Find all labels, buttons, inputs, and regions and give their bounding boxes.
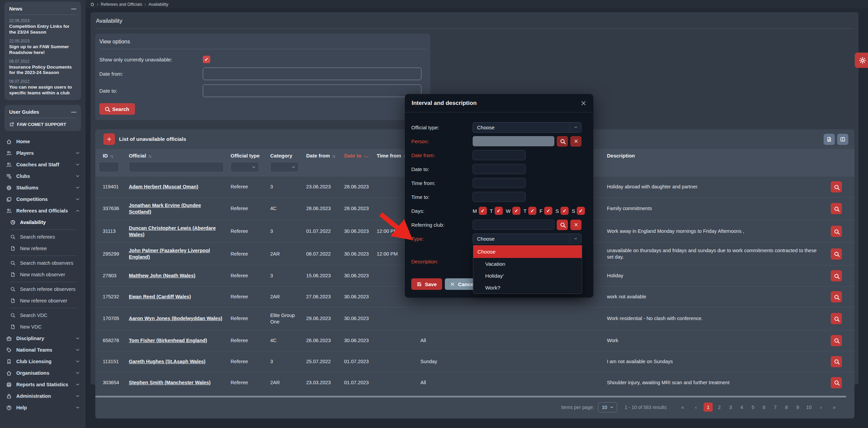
person-search-button[interactable] xyxy=(557,136,568,147)
sidebar-nav-item[interactable]: Club Licensing xyxy=(0,356,85,367)
type-dropdown-option[interactable]: Choose xyxy=(473,245,582,258)
official-link[interactable]: Matthew John (Neath Wales) xyxy=(129,273,195,278)
row-view-button[interactable] xyxy=(831,377,842,388)
sidebar-nav-item[interactable]: Home xyxy=(0,136,85,147)
sidebar-nav-item[interactable]: New VDC xyxy=(0,321,85,333)
col-date-from[interactable]: Date from xyxy=(303,149,341,159)
sidebar-nav-item[interactable]: New referee observer xyxy=(0,295,85,306)
breadcrumb-link[interactable]: Referees and Officials xyxy=(101,2,142,7)
sidebar-nav-item[interactable]: Referees and Officials xyxy=(0,205,85,217)
col-official-type[interactable]: Official type xyxy=(227,149,267,159)
sidebar-nav-item[interactable]: Search referees xyxy=(0,231,85,243)
row-view-button[interactable] xyxy=(831,356,842,367)
person-input[interactable] xyxy=(473,136,554,146)
items-per-page-select[interactable]: 10 xyxy=(598,402,617,412)
row-view-button[interactable] xyxy=(831,270,842,281)
filter-official-type-select[interactable] xyxy=(231,162,259,172)
modal-time-to-input[interactable] xyxy=(473,192,526,202)
referring-club-search-button[interactable] xyxy=(557,220,568,230)
date-to-input[interactable] xyxy=(203,85,421,97)
minimize-icon[interactable]: — xyxy=(71,109,76,114)
close-icon[interactable] xyxy=(580,100,587,106)
official-link[interactable]: Duncan Christopher Lewis (Aberdare Wales… xyxy=(129,225,216,237)
page-number-button[interactable]: 2 xyxy=(715,403,724,412)
type-dropdown-option[interactable]: Vacation xyxy=(473,258,582,270)
prev-page-button[interactable]: ‹ xyxy=(691,403,701,412)
official-link[interactable]: Adam Herbert (Muscat Oman) xyxy=(129,184,198,189)
sidebar-nav-item[interactable]: Help xyxy=(0,402,85,413)
minimize-icon[interactable]: — xyxy=(71,6,76,11)
page-number-button[interactable]: 1 xyxy=(704,403,713,412)
save-button[interactable]: Save xyxy=(411,278,442,290)
row-view-button[interactable] xyxy=(831,313,842,324)
sidebar-nav-item[interactable]: Search match observers xyxy=(0,257,85,269)
page-number-button[interactable]: 4 xyxy=(737,403,746,412)
row-view-button[interactable] xyxy=(831,226,842,237)
official-link[interactable]: Gareth Hughes (St.Asaph Wales) xyxy=(129,359,205,364)
date-from-input[interactable] xyxy=(203,68,421,80)
col-date-to[interactable]: Date to xyxy=(341,149,373,159)
page-number-button[interactable]: 9 xyxy=(793,403,802,412)
col-description[interactable]: Description xyxy=(604,149,827,159)
sidebar-nav-item[interactable]: Clubs xyxy=(0,170,85,182)
referring-club-input[interactable] xyxy=(473,220,554,230)
page-number-button[interactable]: 6 xyxy=(760,403,769,412)
row-view-button[interactable] xyxy=(831,335,842,346)
sidebar-nav-item[interactable]: New referee xyxy=(0,243,85,254)
page-number-button[interactable]: 8 xyxy=(782,403,791,412)
person-clear-button[interactable] xyxy=(570,136,581,147)
sidebar-nav-item[interactable]: Administration xyxy=(0,390,85,402)
show-only-checkbox[interactable]: ✓ xyxy=(203,56,210,63)
day-checkbox[interactable]: ✓ xyxy=(577,207,585,215)
row-view-button[interactable] xyxy=(831,181,842,192)
official-link[interactable]: Tom Fisher (Birkenhead England) xyxy=(129,338,207,343)
page-number-button[interactable]: 3 xyxy=(726,403,735,412)
first-page-button[interactable]: « xyxy=(678,403,687,412)
sidebar-nav-item[interactable]: Competitions xyxy=(0,193,85,205)
official-link[interactable]: Ewan Reed (Cardiff Wales) xyxy=(129,294,191,299)
page-number-button[interactable]: 5 xyxy=(748,403,757,412)
official-link[interactable]: Jonathan Mark Ervine (Dundee Scotland) xyxy=(129,203,201,215)
filter-official-input[interactable] xyxy=(129,162,224,172)
row-view-button[interactable] xyxy=(831,291,842,302)
settings-gear-button[interactable] xyxy=(855,53,868,68)
add-interval-button[interactable] xyxy=(103,133,115,145)
sidebar-nav-item[interactable]: Search referee observers xyxy=(0,283,85,295)
news-item-link[interactable]: Insurance Policy Documents for the 2023-… xyxy=(9,64,76,76)
row-view-button[interactable] xyxy=(831,248,842,260)
sidebar-nav-item[interactable]: Reports and Statistics xyxy=(0,379,85,390)
news-item-link[interactable]: Competition Entry Links for the 23/24 Se… xyxy=(9,24,76,35)
day-checkbox[interactable]: ✓ xyxy=(544,207,552,215)
day-checkbox[interactable]: ✓ xyxy=(479,207,487,215)
day-checkbox[interactable]: ✓ xyxy=(560,207,569,215)
column-settings-button[interactable] xyxy=(837,134,848,145)
day-checkbox[interactable]: ✓ xyxy=(528,207,536,215)
day-checkbox[interactable]: ✓ xyxy=(495,207,503,215)
export-excel-button[interactable] xyxy=(824,134,835,145)
page-number-button[interactable]: 7 xyxy=(771,403,780,412)
last-page-button[interactable]: » xyxy=(830,403,839,412)
col-category[interactable]: Category xyxy=(267,149,303,159)
news-item-link[interactable]: Sign up to an FAW Summer Roadshow here! xyxy=(9,44,76,56)
modal-time-from-input[interactable] xyxy=(473,178,526,188)
referring-club-clear-button[interactable] xyxy=(570,220,581,230)
search-button[interactable]: Search xyxy=(99,103,135,115)
sidebar-nav-item[interactable]: Organisations xyxy=(0,367,85,379)
col-official[interactable]: Official xyxy=(125,149,227,159)
day-checkbox[interactable]: ✓ xyxy=(512,207,520,215)
official-link[interactable]: John Palmer (Fazakerley Liverpool Englan… xyxy=(129,248,210,260)
official-link[interactable]: Stephen Smith (Manchester Wales) xyxy=(129,380,211,385)
type-dropdown-option[interactable]: Holiday' xyxy=(473,270,582,282)
sidebar-nav-item[interactable]: Stadiums xyxy=(0,182,85,193)
faw-comet-support-link[interactable]: FAW COMET SUPPORT xyxy=(9,122,76,127)
official-type-select[interactable]: Choose xyxy=(473,122,581,133)
type-dropdown-option[interactable]: Work? xyxy=(473,282,582,294)
page-number-button[interactable]: 10 xyxy=(804,403,813,412)
col-id[interactable]: ID xyxy=(95,149,125,159)
sidebar-nav-item[interactable]: Search VDC xyxy=(0,310,85,321)
sidebar-nav-item[interactable]: Players xyxy=(0,147,85,159)
official-link[interactable]: Aaron Wyn Jones (Bodelwyddan Wales) xyxy=(129,316,222,321)
modal-date-from-input[interactable] xyxy=(473,150,526,160)
next-page-button[interactable]: › xyxy=(816,403,826,412)
filter-category-select[interactable] xyxy=(270,162,299,172)
